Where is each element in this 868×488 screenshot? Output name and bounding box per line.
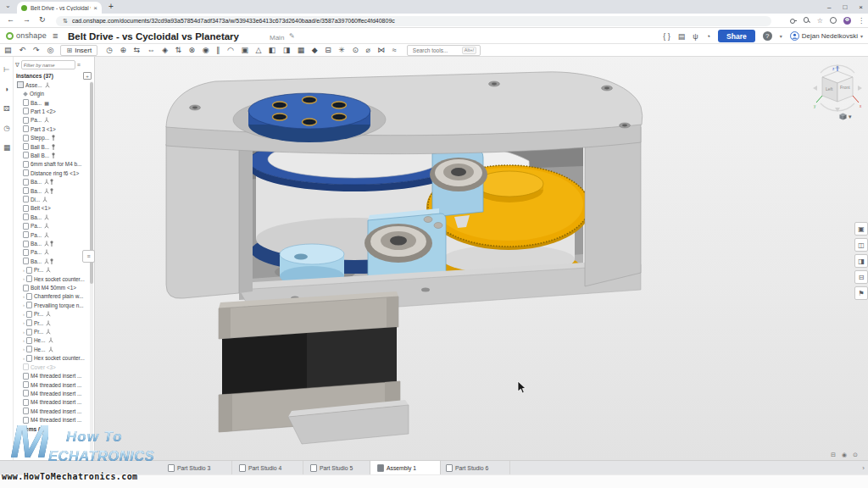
tree-item[interactable]: ›Pr... [15, 266, 94, 274]
edit-title-icon[interactable]: ✎ [289, 32, 295, 40]
replicate-icon[interactable]: ◆ [312, 46, 318, 54]
help-icon[interactable]: ? [763, 31, 772, 41]
learning-center-icon[interactable]: ◔ [706, 32, 710, 41]
tree-item[interactable]: M4 threaded insert ... [15, 380, 94, 389]
select-tool-icon[interactable]: ◎ [47, 46, 54, 54]
named-views-icon[interactable]: ⚑ [854, 286, 868, 300]
3d-model-canvas[interactable] [95, 57, 868, 460]
viewcube-front-face[interactable]: Front [840, 85, 850, 90]
onshape-logo[interactable]: onshape [6, 31, 47, 40]
chevron-right-icon[interactable]: › [23, 294, 25, 299]
tree-item[interactable]: ›Hex socket counter... [15, 354, 94, 363]
featurescript-icon[interactable]: { } [663, 32, 670, 41]
workspace-label[interactable]: Main [270, 34, 284, 42]
tree-item[interactable]: M4 threaded insert ... [15, 389, 94, 397]
tree-item[interactable]: Ba... [15, 239, 94, 247]
3d-viewport[interactable]: Left Front z y x ▾ ▣◫◨⊟⚑ ⊟◉⊙ [95, 57, 868, 460]
document-tab-assembly-1[interactable]: Assembly 1 [370, 461, 441, 475]
chevron-right-icon[interactable]: › [23, 347, 25, 352]
tab-scroll-icon[interactable]: › [862, 464, 865, 472]
maximize-button[interactable]: □ [843, 3, 847, 11]
share-button[interactable]: Share [718, 30, 755, 42]
chevron-right-icon[interactable]: › [23, 338, 25, 343]
tree-item[interactable]: Ba... [15, 186, 94, 195]
document-tab-part-studio-4[interactable]: Part Studio 4 [232, 461, 303, 475]
tree-item[interactable]: Ba...▦ [15, 98, 94, 107]
add-instance-icon[interactable]: + [83, 72, 92, 80]
revolute-mate-icon[interactable]: ⇆ [134, 46, 141, 54]
named-positions-icon[interactable]: ⊙ [352, 46, 359, 54]
measure-icon[interactable]: ⌀ [365, 46, 370, 54]
instances-panel-icon[interactable]: ⊢ [0, 63, 14, 76]
tree-item[interactable]: Di... [15, 195, 94, 203]
forward-icon[interactable]: → [23, 15, 31, 24]
tree-item[interactable]: M4 threaded insert ... [15, 407, 94, 415]
browser-tab[interactable]: Belt Drive - vs Cycloidal vs Pla... × [17, 2, 102, 14]
minimize-button[interactable]: – [827, 3, 831, 11]
extensions-icon[interactable] [830, 17, 837, 24]
tree-item[interactable]: Part 1 <2> [15, 107, 94, 115]
password-key-icon[interactable] [790, 17, 797, 24]
tangent-mate-icon[interactable]: ◠ [227, 46, 234, 54]
circular-pattern-icon[interactable]: ◨ [283, 46, 291, 54]
filter-funnel-icon[interactable]: ∇ [15, 62, 19, 69]
tree-item[interactable]: ›Pr... [15, 319, 94, 327]
camera-icon[interactable]: ◉ [842, 452, 847, 458]
tree-item[interactable]: Pa... [15, 116, 94, 125]
section-view-icon[interactable]: ⊟ [854, 270, 868, 284]
tree-item[interactable]: ›Pr... [15, 310, 94, 319]
browser-menu-icon[interactable]: ⋮ [858, 17, 865, 25]
panel-resize-handle[interactable]: ≡ [82, 250, 95, 263]
chevron-right-icon[interactable]: › [23, 330, 25, 335]
tree-item[interactable]: Belt <1> [15, 204, 94, 213]
profile-avatar[interactable] [843, 17, 851, 25]
linear-pattern-icon[interactable]: ◧ [269, 46, 276, 54]
versions-branch-icon[interactable]: ψ [693, 32, 698, 41]
tree-item[interactable]: M4 threaded insert ... [15, 371, 94, 380]
tree-item[interactable]: ›He... [15, 336, 94, 345]
view-menu[interactable]: ▾ [839, 113, 852, 120]
mate-connector-icon[interactable]: △ [255, 46, 261, 54]
chevron-right-icon[interactable]: › [23, 320, 25, 325]
configurations-panel-icon[interactable]: ⚄ [0, 102, 14, 115]
animate-icon[interactable]: ⋈ [377, 46, 385, 54]
tree-item[interactable]: ›Pr... [15, 327, 94, 336]
help-caret-icon[interactable]: ▾ [780, 33, 782, 39]
tree-item[interactable]: Pa... [15, 222, 94, 230]
filter-input[interactable] [21, 60, 75, 69]
tree-item[interactable]: Ba... [15, 213, 94, 221]
list-view-icon[interactable]: ≡ [77, 62, 81, 68]
hidden-instances-icon[interactable]: ◫ [854, 238, 868, 252]
tree-item[interactable]: Distance ring f6 <1> [15, 169, 94, 177]
tree-item[interactable]: Ball B... [15, 142, 94, 151]
tree-item[interactable]: Asse... [15, 80, 94, 89]
search-tools-box[interactable]: Alt+/ [407, 45, 481, 56]
chevron-right-icon[interactable]: › [23, 302, 25, 308]
back-icon[interactable]: ← [7, 15, 14, 24]
insert-button[interactable]: ⊞ Insert [60, 45, 97, 56]
zoom-icon[interactable] [804, 17, 810, 24]
chevron-right-icon[interactable]: › [23, 312, 25, 317]
ball-mate-icon[interactable]: ◉ [203, 46, 209, 54]
redo-icon[interactable]: ↷ [33, 46, 40, 54]
appearance-icon[interactable]: ▣ [854, 222, 868, 236]
panel-toggle-icon[interactable]: ▤ [4, 46, 12, 54]
document-panel-icon[interactable]: ▤ [678, 32, 686, 41]
undo-icon[interactable]: ↶ [19, 46, 26, 54]
tree-item[interactable]: Ba... [15, 177, 94, 186]
tree-item[interactable]: Pa... [15, 230, 94, 239]
tree-item[interactable]: ›He... [15, 345, 94, 353]
mate-icon[interactable]: ◷ [106, 46, 113, 54]
document-tab-part-studio-6[interactable]: Part Studio 6 [439, 461, 510, 475]
tree-item[interactable]: Ball B... [15, 151, 94, 159]
chevron-right-icon[interactable]: › [23, 268, 25, 273]
comments-panel-icon[interactable]: ◗ [0, 82, 14, 96]
url-pill[interactable]: ⇅ cad.onshape.com/documents/32cd9a93a578… [56, 16, 771, 26]
tab-close-icon[interactable]: × [93, 4, 97, 12]
pattern-icon[interactable]: ▦ [298, 46, 305, 54]
view-cube[interactable]: Left Front z y x [812, 64, 865, 114]
tree-item[interactable]: Origin [15, 89, 94, 97]
snap-mode-icon[interactable]: ⊟ [325, 46, 331, 54]
chevron-right-icon[interactable]: › [23, 276, 25, 281]
tree-item[interactable]: Bolt M4 50mm <1> [15, 283, 94, 291]
